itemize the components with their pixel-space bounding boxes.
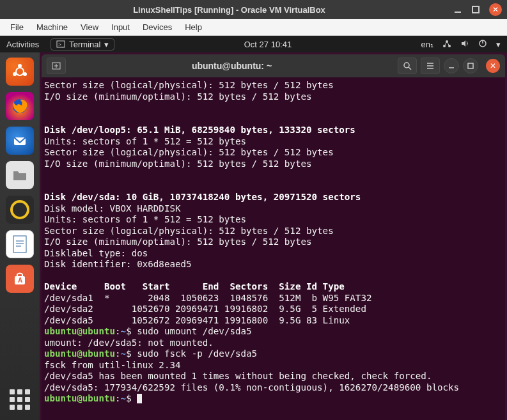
terminal-line: Device Boot Start End Sectors Size Id Ty… xyxy=(44,281,345,292)
prompt-path: ~ xyxy=(121,348,127,359)
prompt-end: $ xyxy=(126,393,137,403)
terminal-title: ubuntu@ubuntu: ~ xyxy=(70,61,394,71)
svg-text:>_: >_ xyxy=(58,42,65,47)
terminal-line: Disk identifier: 0x6d8eaed5 xyxy=(44,259,192,269)
svg-line-8 xyxy=(447,42,449,46)
terminal-line: I/O size (minimum/optimal): 512 bytes / … xyxy=(44,91,312,102)
ubuntu-software-icon[interactable]: A xyxy=(6,265,34,293)
menu-machine[interactable]: Machine xyxy=(31,21,73,33)
terminal-icon: >_ xyxy=(56,40,65,49)
close-icon[interactable]: ✕ xyxy=(489,3,502,16)
terminal-close-button[interactable]: ✕ xyxy=(486,59,500,73)
svg-point-13 xyxy=(18,64,22,68)
menu-view[interactable]: View xyxy=(75,21,104,33)
terminal-line: Sector size (logical/physical): 512 byte… xyxy=(44,80,334,90)
svg-point-15 xyxy=(13,72,17,76)
prompt-sep: : xyxy=(115,326,121,336)
chevron-down-icon: ▾ xyxy=(104,40,109,49)
network-icon[interactable] xyxy=(442,39,451,50)
terminal-line: I/O size (minimum/optimal): 512 bytes / … xyxy=(44,159,312,169)
svg-point-14 xyxy=(23,72,27,76)
virtualbox-window-controls: ✕ xyxy=(453,3,502,16)
maximize-icon[interactable] xyxy=(471,5,480,14)
chevron-down-icon: ▾ xyxy=(496,40,501,49)
terminal-command: sudo umount /dev/sda5 xyxy=(137,326,251,336)
terminal-line: umount: /dev/sda5: not mounted. xyxy=(44,338,214,348)
terminal-line: Sector size (logical/physical): 512 byte… xyxy=(44,147,334,157)
menu-help[interactable]: Help xyxy=(180,21,207,33)
terminal-line: Disk /dev/sda: 10 GiB, 10737418240 bytes… xyxy=(44,192,361,202)
terminal-line: Disk model: VBOX HARDDISK xyxy=(44,203,197,214)
activities-button[interactable]: Activities xyxy=(6,40,39,49)
app-menu[interactable]: >_ Terminal ▾ xyxy=(51,38,114,51)
language-indicator[interactable]: en₁ xyxy=(421,40,433,49)
hamburger-menu-button[interactable] xyxy=(421,58,440,74)
virtualbox-titlebar: LinuxShellTips [Running] - Oracle VM Vir… xyxy=(0,0,507,19)
terminal-line: Disk /dev/loop5: 65.1 MiB, 68259840 byte… xyxy=(44,125,355,135)
svg-text:A: A xyxy=(18,277,22,284)
terminal-line: fsck from util-linux 2.34 xyxy=(44,360,181,370)
app-menu-label: Terminal xyxy=(69,40,100,49)
svg-point-27 xyxy=(404,63,409,68)
rhythmbox-icon[interactable] xyxy=(6,196,34,224)
thunderbird-icon[interactable] xyxy=(6,127,34,155)
terminal-minimize-button[interactable] xyxy=(444,58,459,74)
prompt-path: ~ xyxy=(121,393,127,403)
terminal-line: Sector size (logical/physical): 512 byte… xyxy=(44,226,334,236)
prompt-user: ubuntu@ubuntu xyxy=(44,326,115,336)
terminal-line: Units: sectors of 1 * 512 = 512 bytes xyxy=(44,136,246,146)
dock: A xyxy=(0,52,40,420)
files-icon[interactable] xyxy=(6,161,34,189)
svg-rect-18 xyxy=(13,236,26,253)
menu-file[interactable]: File xyxy=(5,21,29,33)
clock[interactable]: Oct 27 10:41 xyxy=(114,40,421,49)
svg-rect-33 xyxy=(468,63,473,68)
terminal-line: /dev/sda5 1052672 20969471 19916800 9.5G… xyxy=(44,315,350,325)
prompt-sep: : xyxy=(115,348,121,359)
cursor xyxy=(137,394,142,403)
prompt-user: ubuntu@ubuntu xyxy=(44,393,115,403)
svg-point-12 xyxy=(16,68,24,75)
search-icon xyxy=(402,61,412,71)
svg-rect-1 xyxy=(472,6,479,13)
terminal-line: I/O size (minimum/optimal): 512 bytes / … xyxy=(44,237,312,247)
ubuntu-launcher-icon[interactable] xyxy=(6,58,34,86)
minimize-icon[interactable] xyxy=(453,5,462,14)
gnome-top-panel: Activities >_ Terminal ▾ Oct 27 10:41 en… xyxy=(0,36,507,52)
svg-line-28 xyxy=(409,67,411,70)
volume-icon[interactable] xyxy=(460,39,469,50)
prompt-sep: : xyxy=(115,393,121,403)
show-applications-icon[interactable] xyxy=(6,385,34,414)
terminal-window: ubuntu@ubuntu: ~ ✕ Sector size (logical/… xyxy=(42,54,505,420)
terminal-line: /dev/sda2 1052670 20969471 19916802 9.5G… xyxy=(44,304,366,314)
svg-marker-9 xyxy=(462,40,465,47)
system-tray[interactable]: en₁ ▾ xyxy=(421,39,501,50)
svg-line-7 xyxy=(444,42,447,46)
search-button[interactable] xyxy=(398,58,417,74)
terminal-command: sudo fsck -p /dev/sda5 xyxy=(137,348,257,359)
terminal-line: /dev/sda5: 177934/622592 files (0.1% non… xyxy=(44,382,459,393)
prompt-end: $ xyxy=(126,348,137,359)
menu-input[interactable]: Input xyxy=(106,21,135,33)
menu-devices[interactable]: Devices xyxy=(137,21,177,33)
libreoffice-writer-icon[interactable] xyxy=(6,230,34,258)
firefox-icon[interactable] xyxy=(6,92,34,120)
virtualbox-title: LinuxShellTips [Running] - Oracle VM Vir… xyxy=(5,5,453,15)
prompt-user: ubuntu@ubuntu xyxy=(44,348,115,359)
virtualbox-menubar: File Machine View Input Devices Help xyxy=(0,19,507,36)
terminal-line: Units: sectors of 1 * 512 = 512 bytes xyxy=(44,214,246,224)
hamburger-icon xyxy=(425,61,435,71)
power-icon[interactable] xyxy=(478,39,487,50)
terminal-maximize-button[interactable] xyxy=(463,58,478,74)
workspace: A ubuntu@ubuntu: ~ ✕ Sector si xyxy=(0,52,507,420)
prompt-path: ~ xyxy=(121,326,127,336)
terminal-line: /dev/sda1 * 2048 1050623 1048576 512M b … xyxy=(44,293,372,303)
prompt-end: $ xyxy=(126,326,137,336)
terminal-line: /dev/sda5 has been mounted 1 times witho… xyxy=(44,371,432,381)
terminal-body[interactable]: Sector size (logical/physical): 512 byte… xyxy=(42,77,505,420)
new-tab-button[interactable] xyxy=(47,58,66,74)
terminal-titlebar: ubuntu@ubuntu: ~ ✕ xyxy=(42,54,505,77)
terminal-line: Disklabel type: dos xyxy=(44,248,148,258)
